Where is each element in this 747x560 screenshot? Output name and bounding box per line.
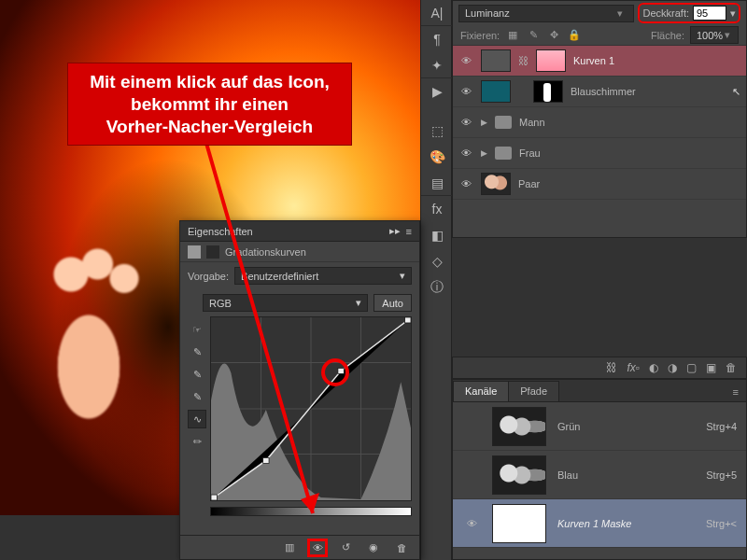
panel-dock-strip: A| ¶ ✦ ▶ ⬚ 🎨 ▤ fx ◧ ◇ ⓘ [420, 0, 452, 560]
swatches-icon[interactable]: ⬚ [421, 118, 453, 144]
channel-shortcut: Strg+4 [706, 421, 737, 432]
lock-all-icon[interactable]: 🔒 [567, 28, 582, 43]
annotation-line: Mit einem klick auf das Icon, [78, 71, 342, 93]
visibility-icon[interactable]: 👁 [462, 518, 481, 529]
channel-row[interactable]: Blau Strg+5 [453, 451, 746, 499]
mask-thumb[interactable] [533, 80, 563, 103]
color-icon[interactable]: 🎨 [421, 144, 453, 170]
annotation-callout: Mit einem klick auf das Icon, bekommt ih… [67, 63, 352, 146]
link-icon[interactable]: ⛓ [518, 55, 529, 66]
paragraph-icon[interactable]: ¶ [421, 26, 453, 52]
layer-name[interactable]: Frau [519, 147, 541, 159]
expand-icon[interactable]: ▶ [481, 118, 487, 127]
layer-thumb [481, 80, 511, 103]
svg-line-0 [205, 140, 313, 513]
play-icon[interactable]: ▶ [421, 78, 453, 105]
opacity-label: Deckkraft: [642, 7, 689, 19]
glyphs-icon[interactable]: ✦ [421, 52, 453, 78]
layer-row[interactable]: 👁 Paar [453, 169, 746, 200]
layer-row[interactable]: 👁 ▶ Frau [453, 138, 746, 169]
channel-name: Blau [557, 469, 578, 481]
layer-name[interactable]: Blauschimmer [571, 86, 636, 97]
layers-icon[interactable]: ◧ [421, 222, 453, 248]
chevron-down-icon: ▾ [613, 7, 627, 20]
svg-rect-11 [405, 317, 411, 323]
layer-row[interactable]: 👁 Blauschimmer ↖ [453, 77, 746, 107]
fill-label: Fläche: [651, 30, 684, 41]
layer-name[interactable]: Kurven 1 [573, 55, 614, 66]
reset-icon[interactable]: ↺ [335, 539, 356, 557]
svg-rect-10 [338, 368, 344, 373]
lock-position-icon[interactable]: ✥ [546, 28, 561, 43]
annotation-line: Vorher-Nacher-Vergleich [78, 116, 342, 138]
auto-button[interactable]: Auto [374, 294, 412, 312]
layers-footer: ⛓ fx▫ ◐ ◑ ▢ ▣ 🗑 [452, 357, 747, 379]
layer-row[interactable]: 👁 ▶ Mann [453, 107, 746, 138]
adjustment-thumb [481, 49, 511, 72]
channel-shortcut: Strg+5 [706, 469, 737, 481]
visibility-icon[interactable]: 👁 [458, 117, 473, 128]
opacity-input[interactable] [693, 6, 726, 21]
visibility-icon[interactable]: 👁 [458, 55, 473, 66]
channel-shortcut: Strg+< [706, 518, 737, 529]
blend-mode-value: Luminanz [465, 7, 510, 19]
visibility-icon[interactable]: 👁 [458, 86, 473, 97]
channel-thumb [492, 455, 546, 495]
lock-label: Fixieren: [460, 30, 500, 41]
cursor-icon: ↖ [732, 86, 740, 98]
type-icon[interactable]: A| [421, 0, 453, 26]
mask-thumb[interactable] [536, 49, 566, 72]
styles-icon[interactable]: ▤ [421, 170, 453, 196]
layer-name[interactable]: Mann [519, 117, 545, 128]
lock-transparency-icon[interactable]: ▦ [505, 28, 520, 43]
layer-thumb [481, 173, 511, 195]
image-hand [0, 233, 177, 439]
panel-menu-icon[interactable]: ≡ [726, 383, 746, 401]
collapse-icon[interactable]: ▸▸ [389, 225, 401, 237]
channel-thumb [492, 407, 546, 446]
lock-brush-icon[interactable]: ✎ [526, 28, 541, 43]
mask-icon[interactable]: ◐ [649, 361, 658, 374]
trash-icon[interactable]: 🗑 [391, 539, 412, 557]
link-icon[interactable]: ⛓ [606, 361, 617, 374]
visibility-icon[interactable]: 👁 [458, 147, 473, 159]
new-layer-icon[interactable]: ▣ [706, 361, 716, 374]
adjustment-icon[interactable]: ◑ [668, 361, 677, 374]
channels-panel: Kanäle Pfade ≡ Grün Strg+4 Blau Strg+5 👁… [452, 379, 747, 560]
visibility-icon[interactable]: ◉ [363, 539, 384, 557]
trash-icon[interactable]: 🗑 [726, 361, 737, 374]
folder-icon [495, 147, 512, 160]
fill-select[interactable]: 100%▾ [690, 26, 739, 44]
paths-icon[interactable]: ◇ [421, 248, 453, 274]
channel-row[interactable]: Grün Strg+4 [453, 402, 746, 451]
folder-icon [495, 116, 512, 129]
annotation-line: bekommt ihr einen [78, 93, 342, 116]
blend-mode-select[interactable]: Luminanz ▾ [458, 5, 634, 22]
expand-icon[interactable]: ▶ [481, 148, 487, 158]
panel-menu-icon[interactable]: ≡ [406, 226, 412, 237]
layers-panel: Luminanz ▾ Deckkraft: ▾ Fixieren: ▦ ✎ ✥ … [452, 0, 747, 238]
channel-name: Kurven 1 Maske [557, 518, 631, 529]
visibility-icon[interactable]: 👁 [458, 178, 473, 189]
adjust-icon[interactable]: fx [421, 196, 453, 222]
layer-name[interactable]: Paar [518, 178, 540, 189]
fx-icon[interactable]: fx▫ [627, 361, 640, 374]
channel-thumb [492, 504, 546, 543]
layer-row[interactable]: 👁 ⛓ Kurven 1 [453, 46, 746, 77]
info-icon[interactable]: ⓘ [421, 274, 453, 301]
channel-row[interactable]: 👁 Kurven 1 Maske Strg+< [453, 499, 746, 548]
tab-channels[interactable]: Kanäle [453, 381, 509, 401]
channel-name: Grün [557, 421, 580, 432]
chevron-down-icon[interactable]: ▾ [730, 7, 736, 20]
tab-paths[interactable]: Pfade [508, 381, 559, 401]
group-icon[interactable]: ▢ [686, 361, 697, 374]
